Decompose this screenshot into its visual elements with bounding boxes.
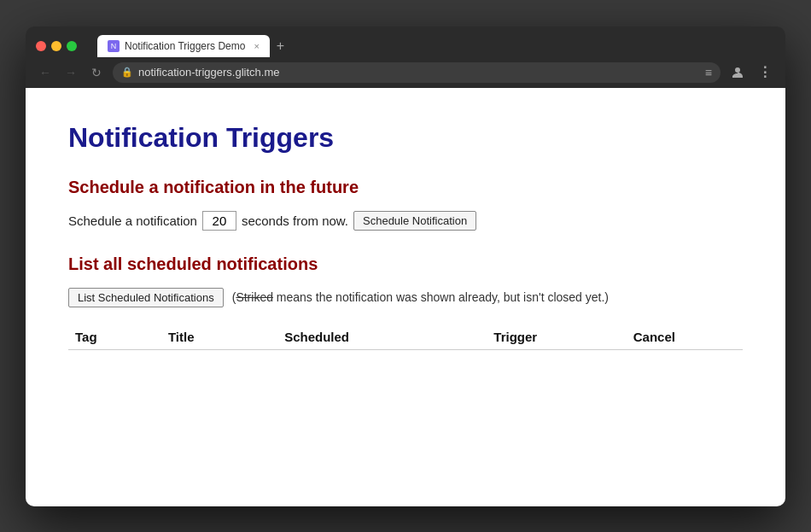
tabs-bar: N Notification Triggers Demo × + — [97, 35, 775, 57]
struck-text: Striked — [236, 290, 273, 304]
browser-chrome: N Notification Triggers Demo × + ← → ↻ 🔒… — [26, 26, 785, 88]
active-tab[interactable]: N Notification Triggers Demo × — [97, 35, 270, 57]
notifications-table: Tag Title Scheduled Trigger Cancel — [68, 324, 743, 350]
address-bar: ← → ↻ 🔒 notification-triggers.glitch.me … — [26, 57, 785, 88]
tab-close-button[interactable]: × — [254, 41, 259, 51]
favicon-label: N — [111, 42, 117, 50]
note-rest: means the notification was shown already… — [273, 290, 609, 304]
list-section-heading: List all scheduled notifications — [68, 254, 743, 274]
col-header-trigger: Trigger — [487, 324, 626, 350]
browser-window: N Notification Triggers Demo × + ← → ↻ 🔒… — [26, 26, 785, 506]
maximize-window-button[interactable] — [67, 41, 77, 51]
seconds-input[interactable] — [202, 211, 236, 231]
toolbar-icons: ⋮ — [727, 62, 775, 83]
schedule-section-heading: Schedule a notification in the future — [68, 178, 743, 197]
schedule-section: Schedule a notification in the future Sc… — [68, 178, 743, 231]
schedule-label-before: Schedule a notification — [68, 213, 197, 228]
strikethrough-note: (Striked means the notification was show… — [232, 290, 609, 304]
table-header-row: Tag Title Scheduled Trigger Cancel — [68, 324, 743, 350]
url-bar[interactable]: 🔒 notification-triggers.glitch.me ≡ — [113, 62, 721, 83]
more-icon: ⋮ — [758, 64, 772, 80]
lock-icon: 🔒 — [121, 67, 133, 78]
list-controls: List Scheduled Notifications (Striked me… — [68, 288, 743, 307]
minimize-window-button[interactable] — [51, 41, 61, 51]
schedule-row: Schedule a notification seconds from now… — [68, 211, 743, 231]
tab-title: Notification Triggers Demo — [125, 40, 245, 52]
more-button[interactable]: ⋮ — [755, 62, 775, 83]
new-tab-button[interactable]: + — [270, 35, 291, 57]
traffic-lights — [36, 41, 77, 51]
title-bar: N Notification Triggers Demo × + — [26, 26, 785, 57]
profile-icon[interactable] — [727, 62, 748, 83]
schedule-notification-button[interactable]: Schedule Notification — [353, 211, 476, 231]
url-menu-icon[interactable]: ≡ — [705, 66, 712, 79]
col-header-title: Title — [161, 324, 277, 350]
reload-button[interactable]: ↻ — [87, 63, 106, 82]
list-notifications-button[interactable]: List Scheduled Notifications — [68, 288, 224, 307]
close-window-button[interactable] — [36, 41, 46, 51]
col-header-scheduled: Scheduled — [277, 324, 487, 350]
page-content: Notification Triggers Schedule a notific… — [26, 88, 785, 506]
url-text: notification-triggers.glitch.me — [138, 66, 700, 79]
back-button[interactable]: ← — [36, 63, 55, 82]
schedule-label-after: seconds from now. — [242, 213, 348, 228]
page-title: Notification Triggers — [68, 122, 743, 154]
list-section: List all scheduled notifications List Sc… — [68, 254, 743, 350]
tab-favicon: N — [108, 40, 120, 52]
col-header-tag: Tag — [68, 324, 161, 350]
table-header: Tag Title Scheduled Trigger Cancel — [68, 324, 743, 350]
forward-button[interactable]: → — [61, 63, 80, 82]
col-header-cancel: Cancel — [627, 324, 743, 350]
